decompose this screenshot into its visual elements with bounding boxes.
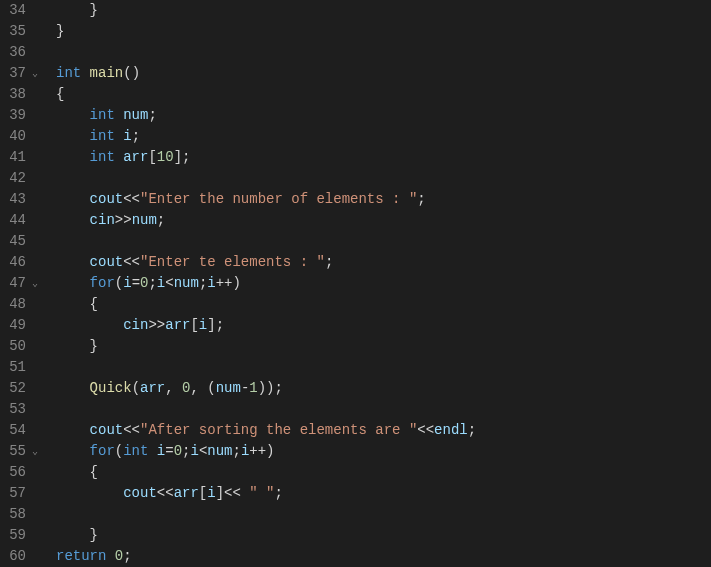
line-number: 38 [8, 84, 26, 105]
line-number: 56 [8, 462, 26, 483]
code-line: for(int i=0;i<num;i++) [56, 441, 711, 462]
line-number: 52 [8, 378, 26, 399]
line-number: 57 [8, 483, 26, 504]
code-line [56, 504, 711, 525]
code-line: { [56, 84, 711, 105]
code-line: int num; [56, 105, 711, 126]
line-number: 47⌄ [8, 273, 26, 294]
line-number: 44 [8, 210, 26, 231]
line-number: 53 [8, 399, 26, 420]
line-number: 34 [8, 0, 26, 21]
code-line [56, 42, 711, 63]
code-line: { [56, 294, 711, 315]
line-number: 54 [8, 420, 26, 441]
code-line [56, 168, 711, 189]
line-number-gutter: 34 35 36 37⌄ 38 39 40 41 42 43 44 45 46 … [0, 0, 40, 567]
code-line: int arr[10]; [56, 147, 711, 168]
line-number: 36 [8, 42, 26, 63]
code-line [56, 231, 711, 252]
line-number: 46 [8, 252, 26, 273]
line-number: 41 [8, 147, 26, 168]
code-line [56, 357, 711, 378]
line-number: 51 [8, 357, 26, 378]
line-number: 48 [8, 294, 26, 315]
code-line: } [56, 21, 711, 42]
line-number: 50 [8, 336, 26, 357]
line-number: 42 [8, 168, 26, 189]
code-editor[interactable]: 34 35 36 37⌄ 38 39 40 41 42 43 44 45 46 … [0, 0, 711, 567]
code-line: { [56, 462, 711, 483]
code-line [56, 399, 711, 420]
line-number: 40 [8, 126, 26, 147]
code-line: cout<<"Enter the number of elements : "; [56, 189, 711, 210]
line-number: 37⌄ [8, 63, 26, 84]
code-line: } [56, 336, 711, 357]
code-line: cout<<arr[i]<< " "; [56, 483, 711, 504]
line-number: 43 [8, 189, 26, 210]
code-line: cout<<"After sorting the elements are "<… [56, 420, 711, 441]
line-number: 55⌄ [8, 441, 26, 462]
code-line: cout<<"Enter te elements : "; [56, 252, 711, 273]
line-number: 58 [8, 504, 26, 525]
line-number: 59 [8, 525, 26, 546]
code-area[interactable]: } } int main() { int num; int i; int arr… [40, 0, 711, 567]
code-line: } [56, 0, 711, 21]
code-line: int main() [56, 63, 711, 84]
line-number: 60 [8, 546, 26, 567]
line-number: 45 [8, 231, 26, 252]
code-line: int i; [56, 126, 711, 147]
fold-icon[interactable]: ⌄ [32, 441, 38, 462]
code-line: Quick(arr, 0, (num-1)); [56, 378, 711, 399]
code-line: cin>>num; [56, 210, 711, 231]
code-line: for(i=0;i<num;i++) [56, 273, 711, 294]
line-number: 35 [8, 21, 26, 42]
line-number: 49 [8, 315, 26, 336]
line-number: 39 [8, 105, 26, 126]
fold-icon[interactable]: ⌄ [32, 63, 38, 84]
code-line: return 0; [56, 546, 711, 567]
code-line: } [56, 525, 711, 546]
code-line: cin>>arr[i]; [56, 315, 711, 336]
fold-icon[interactable]: ⌄ [32, 273, 38, 294]
